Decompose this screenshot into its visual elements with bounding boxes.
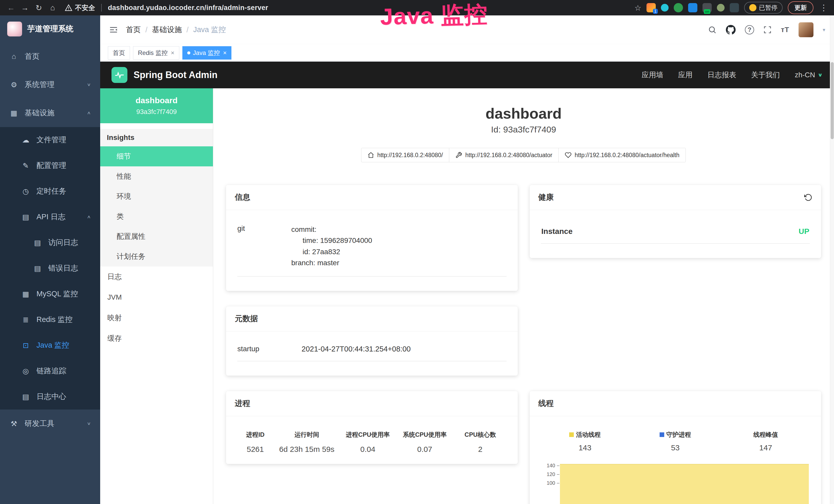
menu-label: 文件管理 bbox=[37, 135, 66, 145]
browser-menu-icon[interactable]: ⋮ bbox=[818, 3, 829, 13]
extension-icon-4[interactable] bbox=[688, 3, 697, 12]
nav-wallboard[interactable]: 应用墙 bbox=[642, 70, 663, 80]
extension-icon-1[interactable]: 1 bbox=[646, 3, 656, 12]
service-url-link[interactable]: http://192.168.0.2:48080/ bbox=[361, 148, 449, 162]
legend-label: 守护进程 bbox=[666, 431, 691, 439]
locale-select[interactable]: zh-CN ∨ bbox=[795, 71, 823, 79]
help-icon[interactable]: ? bbox=[745, 25, 754, 35]
tab-redis-monitor[interactable]: Redis 监控 × bbox=[133, 46, 179, 60]
menu-item-redis-monitor[interactable]: ≣ Redis 监控 bbox=[0, 307, 100, 333]
menu-label: 基础设施 bbox=[25, 108, 54, 118]
chart-plot-area bbox=[560, 461, 811, 504]
sba-logo-icon[interactable] bbox=[111, 67, 127, 83]
menu-item-access-log[interactable]: ▤ 访问日志 bbox=[0, 230, 100, 255]
menu-item-tracing[interactable]: ◎ 链路追踪 bbox=[0, 358, 100, 384]
address-bar[interactable]: dashboard.yudao.iocoder.cn/infra/admin-s… bbox=[108, 4, 268, 12]
chevron-down-icon: ∨ bbox=[87, 82, 91, 87]
menu-item-file-manage[interactable]: ☁ 文件管理 bbox=[0, 127, 100, 153]
process-card: 进程 进程ID 运行时间 进程CPU使用率 系统CPU使用率 CPU核心数 bbox=[226, 391, 518, 464]
y-tick-label: 140 bbox=[547, 463, 555, 468]
extension-icon-7[interactable] bbox=[730, 3, 739, 12]
bookmark-star-icon[interactable]: ☆ bbox=[634, 3, 641, 12]
menu-item-mysql-monitor[interactable]: ▦ MySQL 监控 bbox=[0, 281, 100, 307]
sba-item-classes[interactable]: 类 bbox=[100, 206, 213, 226]
browser-home-icon[interactable]: ⌂ bbox=[47, 2, 59, 14]
cloud-icon: ☁ bbox=[21, 136, 30, 144]
menu-item-system[interactable]: ⚙ 系统管理 ∨ bbox=[0, 71, 100, 99]
detail-title: dashboard bbox=[213, 105, 834, 122]
tab-home[interactable]: 首页 bbox=[108, 46, 130, 60]
app-logo[interactable]: 芋道管理系统 bbox=[0, 16, 100, 42]
update-button[interactable]: 更新 bbox=[788, 1, 813, 14]
forward-icon[interactable]: → bbox=[19, 2, 31, 14]
info-key: git bbox=[237, 224, 291, 269]
sidebar-collapse-icon[interactable] bbox=[109, 25, 118, 35]
menu-item-error-log[interactable]: ▤ 错误日志 bbox=[0, 255, 100, 281]
menu-item-dev-tools[interactable]: ⚒ 研发工具 ∨ bbox=[0, 410, 100, 438]
cell-value: 5261 bbox=[236, 445, 274, 454]
info-value: commit: time: 1596289704000 id: 27aa832 … bbox=[291, 224, 506, 269]
menu-label: 配置管理 bbox=[37, 160, 66, 171]
extension-icon-3[interactable] bbox=[674, 3, 683, 12]
close-icon[interactable]: × bbox=[171, 49, 174, 56]
fullscreen-icon[interactable] bbox=[763, 26, 772, 34]
menu-item-infrastructure[interactable]: ▦ 基础设施 ∧ bbox=[0, 99, 100, 127]
scrollbar-thumb[interactable] bbox=[831, 62, 834, 139]
sba-item-logs[interactable]: 日志 bbox=[100, 267, 213, 287]
breadcrumb-section[interactable]: 基础设施 bbox=[152, 25, 182, 35]
extension-icon-6[interactable] bbox=[717, 4, 725, 12]
avatar-caret-icon[interactable]: ▾ bbox=[823, 27, 825, 33]
metadata-value: 2021-04-27T00:44:31.254+08:00 bbox=[302, 345, 506, 353]
search-icon[interactable] bbox=[708, 25, 717, 34]
breadcrumb-home[interactable]: 首页 bbox=[126, 25, 141, 35]
chevron-up-icon: ∧ bbox=[87, 110, 91, 116]
sba-item-details[interactable]: 细节 bbox=[100, 146, 213, 166]
health-url-link[interactable]: http://192.168.0.2:48080/actuator/health bbox=[558, 148, 686, 162]
threads-card-title: 线程 bbox=[530, 391, 821, 416]
breadcrumb-separator: / bbox=[186, 26, 189, 34]
nav-about[interactable]: 关于我们 bbox=[751, 70, 780, 80]
submenu-infrastructure: ☁ 文件管理 ✎ 配置管理 ◷ 定时任务 ▤ API 日志 ∧ ▤ bbox=[0, 127, 100, 410]
font-size-icon[interactable]: тT bbox=[781, 26, 789, 34]
app-shell: 芋道管理系统 ⌂ 首页 ⚙ 系统管理 ∨ ▦ 基础设施 ∧ ☁ 文件管理 bbox=[0, 16, 834, 504]
menu-item-scheduled-jobs[interactable]: ◷ 定时任务 bbox=[0, 179, 100, 204]
process-table-values: 5261 6d 23h 15m 59s 0.04 0.07 2 bbox=[236, 445, 507, 454]
menu-item-api-log[interactable]: ▤ API 日志 ∧ bbox=[0, 204, 100, 230]
back-icon[interactable]: ← bbox=[5, 2, 17, 14]
sba-item-environment[interactable]: 环境 bbox=[100, 186, 213, 206]
document-icon: ▤ bbox=[21, 213, 30, 221]
sba-item-caches[interactable]: 缓存 bbox=[100, 328, 213, 349]
metadata-card-title: 元数据 bbox=[226, 306, 518, 331]
sba-item-config-props[interactable]: 配置属性 bbox=[100, 226, 213, 247]
annotation-text: Java 监控 bbox=[380, 0, 488, 32]
menu-item-java-monitor[interactable]: ⊡ Java 监控 bbox=[0, 333, 100, 358]
sba-item-metrics[interactable]: 性能 bbox=[100, 166, 213, 186]
nav-journal[interactable]: 日志报表 bbox=[707, 70, 736, 80]
tab-label: Redis 监控 bbox=[138, 49, 168, 57]
extension-icon-2[interactable] bbox=[661, 4, 668, 12]
detail-subtitle: Id: 93a3fc7f7409 bbox=[213, 124, 834, 135]
reload-icon[interactable]: ↻ bbox=[33, 2, 45, 14]
tab-java-monitor[interactable]: Java 监控 × bbox=[182, 46, 232, 60]
menu-label: API 日志 bbox=[37, 212, 66, 222]
close-icon[interactable]: × bbox=[223, 49, 226, 56]
security-indicator[interactable]: 不安全 bbox=[65, 3, 95, 12]
sba-item-scheduled-tasks[interactable]: 计划任务 bbox=[100, 247, 213, 267]
paused-badge[interactable]: 已暂停 bbox=[744, 2, 783, 14]
menu-item-log-center[interactable]: ▤ 日志中心 bbox=[0, 384, 100, 410]
menu-item-config-manage[interactable]: ✎ 配置管理 bbox=[0, 153, 100, 179]
extension-icon-5[interactable]: on bbox=[702, 3, 712, 12]
sba-item-jvm[interactable]: JVM bbox=[100, 287, 213, 307]
instance-block[interactable]: dashboard 93a3fc7f7409 bbox=[100, 88, 213, 123]
github-icon[interactable] bbox=[726, 25, 736, 35]
sba-item-mappings[interactable]: 映射 bbox=[100, 307, 213, 328]
page-scrollbar[interactable] bbox=[830, 16, 834, 504]
health-instance-row[interactable]: Instance UP bbox=[541, 223, 810, 244]
header-actions: ? тT ▾ bbox=[708, 22, 825, 37]
menu-item-home[interactable]: ⌂ 首页 bbox=[0, 42, 100, 71]
instance-name: dashboard bbox=[136, 96, 178, 105]
actuator-url-link[interactable]: http://192.168.0.2:48080/actuator bbox=[449, 148, 559, 162]
history-icon[interactable] bbox=[804, 193, 812, 202]
nav-applications[interactable]: 应用 bbox=[678, 70, 693, 80]
user-avatar[interactable] bbox=[798, 22, 813, 37]
